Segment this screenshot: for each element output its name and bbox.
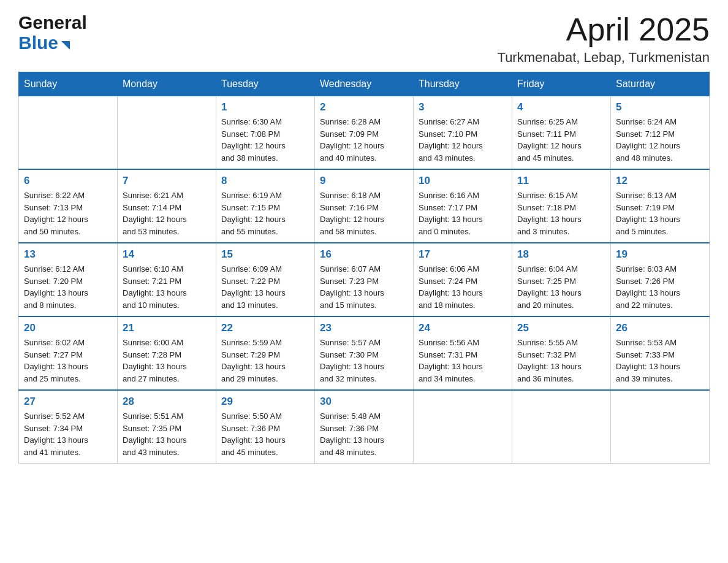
calendar-week-row: 27Sunrise: 5:52 AM Sunset: 7:34 PM Dayli… [19,390,710,464]
day-number: 9 [320,175,408,187]
day-info: Sunrise: 6:00 AM Sunset: 7:28 PM Dayligh… [123,337,211,385]
day-number: 16 [320,248,408,261]
logo-arrow-icon [61,41,70,50]
day-number: 8 [221,175,309,187]
calendar-week-row: 1Sunrise: 6:30 AM Sunset: 7:08 PM Daylig… [19,96,710,170]
weekday-header-thursday: Thursday [414,72,512,96]
day-info: Sunrise: 6:13 AM Sunset: 7:19 PM Dayligh… [616,190,704,237]
day-number: 10 [419,175,507,187]
day-info: Sunrise: 6:12 AM Sunset: 7:20 PM Dayligh… [24,263,112,311]
day-number: 21 [123,322,211,334]
calendar-cell: 15Sunrise: 6:09 AM Sunset: 7:22 PM Dayli… [216,243,315,316]
calendar-week-row: 20Sunrise: 6:02 AM Sunset: 7:27 PM Dayli… [19,316,710,390]
calendar-cell: 16Sunrise: 6:07 AM Sunset: 7:23 PM Dayli… [315,243,414,316]
calendar-cell: 29Sunrise: 5:50 AM Sunset: 7:36 PM Dayli… [216,390,315,464]
calendar-week-row: 6Sunrise: 6:22 AM Sunset: 7:13 PM Daylig… [19,169,710,243]
calendar-cell: 22Sunrise: 5:59 AM Sunset: 7:29 PM Dayli… [216,316,315,390]
day-number: 25 [517,322,605,334]
day-info: Sunrise: 5:48 AM Sunset: 7:36 PM Dayligh… [320,410,408,458]
day-number: 26 [616,322,704,334]
calendar-cell: 21Sunrise: 6:00 AM Sunset: 7:28 PM Dayli… [118,316,216,390]
day-info: Sunrise: 6:10 AM Sunset: 7:21 PM Dayligh… [123,263,211,311]
calendar-header-row: SundayMondayTuesdayWednesdayThursdayFrid… [19,72,710,96]
calendar-cell: 24Sunrise: 5:56 AM Sunset: 7:31 PM Dayli… [414,316,512,390]
day-number: 29 [221,396,309,408]
page-title: April 2025 [498,12,710,47]
calendar-cell [414,390,512,464]
day-info: Sunrise: 6:06 AM Sunset: 7:24 PM Dayligh… [419,263,507,311]
calendar-cell [611,390,710,464]
weekday-header-monday: Monday [118,72,216,96]
day-number: 24 [419,322,507,334]
calendar-cell: 19Sunrise: 6:03 AM Sunset: 7:26 PM Dayli… [611,243,710,316]
day-info: Sunrise: 5:53 AM Sunset: 7:33 PM Dayligh… [616,337,704,385]
day-info: Sunrise: 6:15 AM Sunset: 7:18 PM Dayligh… [517,190,605,237]
calendar-cell: 13Sunrise: 6:12 AM Sunset: 7:20 PM Dayli… [19,243,118,316]
weekday-header-saturday: Saturday [611,72,710,96]
calendar-cell: 10Sunrise: 6:16 AM Sunset: 7:17 PM Dayli… [414,169,512,243]
calendar-cell: 12Sunrise: 6:13 AM Sunset: 7:19 PM Dayli… [611,169,710,243]
day-info: Sunrise: 5:52 AM Sunset: 7:34 PM Dayligh… [24,410,112,458]
calendar-cell: 6Sunrise: 6:22 AM Sunset: 7:13 PM Daylig… [19,169,118,243]
day-number: 23 [320,322,408,334]
calendar-cell: 1Sunrise: 6:30 AM Sunset: 7:08 PM Daylig… [216,96,315,170]
day-info: Sunrise: 6:18 AM Sunset: 7:16 PM Dayligh… [320,190,408,237]
calendar-cell: 20Sunrise: 6:02 AM Sunset: 7:27 PM Dayli… [19,316,118,390]
calendar-cell [118,96,216,170]
day-info: Sunrise: 6:30 AM Sunset: 7:08 PM Dayligh… [221,116,309,164]
day-info: Sunrise: 5:50 AM Sunset: 7:36 PM Dayligh… [221,410,309,458]
day-number: 1 [221,101,309,113]
calendar-cell [19,96,118,170]
calendar-cell: 27Sunrise: 5:52 AM Sunset: 7:34 PM Dayli… [19,390,118,464]
day-info: Sunrise: 6:03 AM Sunset: 7:26 PM Dayligh… [616,263,704,311]
day-info: Sunrise: 5:57 AM Sunset: 7:30 PM Dayligh… [320,337,408,385]
page-header: General Blue April 2025 Turkmenabat, Leb… [18,12,710,66]
title-block: April 2025 Turkmenabat, Lebap, Turkmenis… [498,12,710,66]
day-info: Sunrise: 6:07 AM Sunset: 7:23 PM Dayligh… [320,263,408,311]
day-info: Sunrise: 5:56 AM Sunset: 7:31 PM Dayligh… [419,337,507,385]
day-info: Sunrise: 6:22 AM Sunset: 7:13 PM Dayligh… [24,190,112,237]
calendar-cell: 17Sunrise: 6:06 AM Sunset: 7:24 PM Dayli… [414,243,512,316]
calendar-cell: 8Sunrise: 6:19 AM Sunset: 7:15 PM Daylig… [216,169,315,243]
logo: General Blue [18,12,87,53]
day-number: 30 [320,396,408,408]
day-number: 15 [221,248,309,261]
calendar-cell: 18Sunrise: 6:04 AM Sunset: 7:25 PM Dayli… [512,243,611,316]
calendar-cell: 11Sunrise: 6:15 AM Sunset: 7:18 PM Dayli… [512,169,611,243]
calendar-cell [512,390,611,464]
calendar-cell: 28Sunrise: 5:51 AM Sunset: 7:35 PM Dayli… [118,390,216,464]
calendar-cell: 30Sunrise: 5:48 AM Sunset: 7:36 PM Dayli… [315,390,414,464]
calendar-cell: 9Sunrise: 6:18 AM Sunset: 7:16 PM Daylig… [315,169,414,243]
day-info: Sunrise: 6:24 AM Sunset: 7:12 PM Dayligh… [616,116,704,164]
day-info: Sunrise: 6:09 AM Sunset: 7:22 PM Dayligh… [221,263,309,311]
day-number: 27 [24,396,112,408]
day-number: 2 [320,101,408,113]
calendar-cell: 25Sunrise: 5:55 AM Sunset: 7:32 PM Dayli… [512,316,611,390]
weekday-header-tuesday: Tuesday [216,72,315,96]
day-number: 3 [419,101,507,113]
day-info: Sunrise: 5:55 AM Sunset: 7:32 PM Dayligh… [517,337,605,385]
calendar-week-row: 13Sunrise: 6:12 AM Sunset: 7:20 PM Dayli… [19,243,710,316]
page-subtitle: Turkmenabat, Lebap, Turkmenistan [498,50,710,66]
day-number: 12 [616,175,704,187]
day-number: 18 [517,248,605,261]
calendar-cell: 5Sunrise: 6:24 AM Sunset: 7:12 PM Daylig… [611,96,710,170]
calendar-table: SundayMondayTuesdayWednesdayThursdayFrid… [18,72,710,464]
day-info: Sunrise: 5:59 AM Sunset: 7:29 PM Dayligh… [221,337,309,385]
calendar-cell: 23Sunrise: 5:57 AM Sunset: 7:30 PM Dayli… [315,316,414,390]
calendar-cell: 2Sunrise: 6:28 AM Sunset: 7:09 PM Daylig… [315,96,414,170]
day-info: Sunrise: 6:19 AM Sunset: 7:15 PM Dayligh… [221,190,309,237]
day-number: 22 [221,322,309,334]
calendar-cell: 3Sunrise: 6:27 AM Sunset: 7:10 PM Daylig… [414,96,512,170]
day-number: 11 [517,175,605,187]
day-info: Sunrise: 6:25 AM Sunset: 7:11 PM Dayligh… [517,116,605,164]
logo-general: General [18,12,87,33]
day-info: Sunrise: 6:16 AM Sunset: 7:17 PM Dayligh… [419,190,507,237]
day-info: Sunrise: 6:21 AM Sunset: 7:14 PM Dayligh… [123,190,211,237]
day-info: Sunrise: 6:27 AM Sunset: 7:10 PM Dayligh… [419,116,507,164]
day-number: 4 [517,101,605,113]
day-info: Sunrise: 6:04 AM Sunset: 7:25 PM Dayligh… [517,263,605,311]
day-number: 13 [24,248,112,261]
day-number: 20 [24,322,112,334]
calendar-cell: 7Sunrise: 6:21 AM Sunset: 7:14 PM Daylig… [118,169,216,243]
